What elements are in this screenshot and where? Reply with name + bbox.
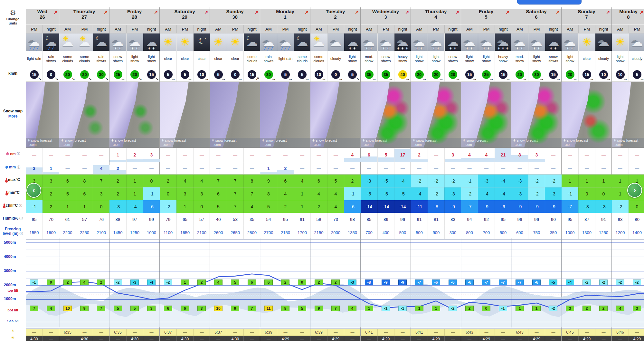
snow-map-thumbnail[interactable]: ❄ snow-forecast .com [411, 82, 461, 147]
snow-map-more-link[interactable]: More [8, 114, 18, 118]
day-header[interactable]: Saturday29↗ [160, 9, 210, 25]
max-temp-cell: 0 [143, 175, 160, 187]
sunrise-row: 6:43—— [461, 329, 511, 336]
snow-map-row: ❄ snow-forecast .com [109, 82, 159, 148]
rain-mm-cell: 2 [277, 162, 294, 174]
day-header[interactable]: Saturday6↗ [511, 9, 561, 25]
chill-temp-cell: -9 [545, 200, 562, 213]
chart-spacer [461, 240, 511, 329]
wind-direction-arrow: ↘ [88, 76, 92, 81]
change-units-button[interactable]: ⚙ Change units [0, 7, 26, 25]
expand-icon[interactable]: ↗ [53, 10, 57, 15]
sunrise-time: 6:43 [466, 330, 473, 335]
min-temp-value: -1 [350, 191, 354, 196]
day-header[interactable]: Thursday27↗ [59, 9, 109, 25]
chill-temp-value: 0 [201, 204, 203, 209]
expand-icon[interactable]: ↗ [355, 10, 359, 15]
day-header[interactable]: Monday8↗ [612, 9, 644, 25]
day-header[interactable]: Wed26↗ [26, 9, 59, 25]
rain-mm-row: ——— [562, 162, 611, 175]
snow-map-thumbnail[interactable]: ❄ snow-forecast .com [109, 82, 159, 147]
period-cell: night [344, 25, 361, 33]
rain-mm-cell: — [478, 162, 495, 174]
day-column-wednesday-3: Wednesday3↗AMPMnight☁☁❄ ❄☁☁❄ ❄☁☁❄ ❄ ❄mod… [361, 7, 411, 341]
sunset-cell: 4:30 [76, 336, 93, 341]
chill-temp-value: 1 [301, 204, 304, 209]
day-header[interactable]: Thursday4↗ [411, 9, 461, 25]
day-header[interactable]: Monday1↗ [260, 9, 310, 25]
chill-temp-value: -9 [501, 204, 505, 209]
snow-map-thumbnail[interactable]: ❄ snow-forecast .com [210, 82, 260, 147]
humidity-row: 858996 [361, 213, 411, 226]
info-icon[interactable]: ⓘ [19, 216, 23, 221]
snow-map-thumbnail[interactable]: ❄ snow-forecast .com [160, 82, 210, 147]
expand-icon[interactable]: ↗ [154, 10, 158, 15]
day-header[interactable]: Sunday30↗ [210, 9, 260, 25]
snow-map-thumbnail[interactable]: ❄ snow-forecast .com [310, 82, 360, 147]
snow-map-thumbnail[interactable]: ❄ snow-forecast .com [461, 82, 511, 147]
max-temp-value: 4 [301, 178, 304, 184]
expand-icon[interactable]: ↗ [204, 10, 208, 15]
expand-icon[interactable]: ↗ [506, 10, 509, 15]
info-icon[interactable]: ⓘ [17, 151, 20, 156]
freezing-level-value: 2250 [80, 230, 89, 235]
freezing-level-value: 2800 [247, 230, 257, 235]
expand-icon[interactable]: ↗ [254, 10, 258, 15]
rain-mm-row: ——— [461, 162, 511, 175]
day-header[interactable]: Wednesday3↗ [361, 9, 411, 25]
snow-map-thumbnail[interactable]: ❄ snow-forecast .com [59, 82, 109, 147]
day-column-friday-5: Friday5↗AMPMnight☁☁❄ ❄☁☁❄ ❄☁☁❄ ❄ ❄light … [461, 7, 511, 341]
forecast-table: ⚙ Change units km/h Snow map More ❄cmⓘ m… [0, 7, 644, 341]
info-icon[interactable]: ⓘ [17, 165, 20, 170]
period-cell: PM [277, 25, 294, 33]
info-icon[interactable]: ⓘ [20, 232, 23, 235]
sunset-time: 4:29 [533, 337, 540, 341]
expand-icon[interactable]: ↗ [606, 10, 610, 15]
max-temp-value: 8 [83, 178, 86, 184]
snow-map-thumbnail[interactable]: ❄ snow-forecast .com [612, 82, 644, 147]
row-label-snow: ❄cmⓘ [0, 147, 26, 161]
rain-mm-dash: — [216, 166, 221, 171]
day-name: Tuesday [310, 9, 360, 14]
sunrise-row: 6:41—— [361, 329, 411, 336]
snow-map-thumbnail[interactable]: ❄ snow-forecast .com [562, 82, 611, 147]
snow-map-thumbnail[interactable]: ❄ snow-forecast .com [361, 82, 411, 147]
freezing-level-cell: 600 [511, 226, 528, 239]
wind-direction-arrow: → [439, 76, 443, 81]
snow-map-thumbnail[interactable]: ❄ snow-forecast .com [260, 82, 310, 147]
prev-days-button[interactable]: ‹ [26, 183, 41, 198]
info-icon[interactable]: ⓘ [19, 203, 22, 208]
rain-mm-dash: — [518, 166, 522, 171]
weather-desc: heavy snow [495, 55, 511, 63]
weather-desc: clear [181, 57, 189, 61]
chill-temp-cell: -6 [143, 200, 160, 213]
top-button[interactable] [517, 0, 582, 5]
day-header[interactable]: Friday28↗ [109, 9, 159, 25]
expand-icon[interactable]: ↗ [305, 10, 308, 15]
wind-cell: 30→ [260, 67, 277, 81]
expand-icon[interactable]: ↗ [455, 10, 459, 15]
day-header[interactable]: Tuesday2↗ [310, 9, 360, 25]
rain-mm-cell: — [511, 162, 528, 174]
min-temp-row: 44-1 [310, 187, 360, 200]
sunrise-row: 6:39—— [260, 329, 310, 336]
min-temp-cell: 3 [93, 187, 109, 200]
next-days-button[interactable]: › [627, 183, 642, 198]
humidity-cell: 95 [562, 213, 578, 226]
wind-row: 15→25→15→ [461, 67, 511, 82]
freezing-level-cell: 2700 [260, 226, 277, 239]
expand-icon[interactable]: ↗ [104, 10, 108, 15]
expand-icon[interactable]: ↗ [556, 10, 560, 15]
expand-icon[interactable]: ↗ [639, 10, 643, 15]
snow-cm-cell: — [629, 148, 644, 162]
expand-icon[interactable]: ↗ [405, 10, 409, 15]
snow-map-thumbnail[interactable]: ❄ snow-forecast .com [26, 82, 59, 147]
weather-icon-cell: ☾☁ [294, 33, 310, 51]
freezing-level-cell: 750 [528, 226, 545, 239]
day-header[interactable]: Sunday7↗ [562, 9, 611, 25]
wind-cell: 20→ [428, 67, 444, 81]
snow-map-thumbnail[interactable]: ❄ snow-forecast .com [511, 82, 561, 147]
weather-icon-rain: ☁☁╱ ╱ ╱ [277, 33, 294, 51]
day-header[interactable]: Friday5↗ [461, 9, 511, 25]
sunrise-time: — [99, 330, 103, 335]
